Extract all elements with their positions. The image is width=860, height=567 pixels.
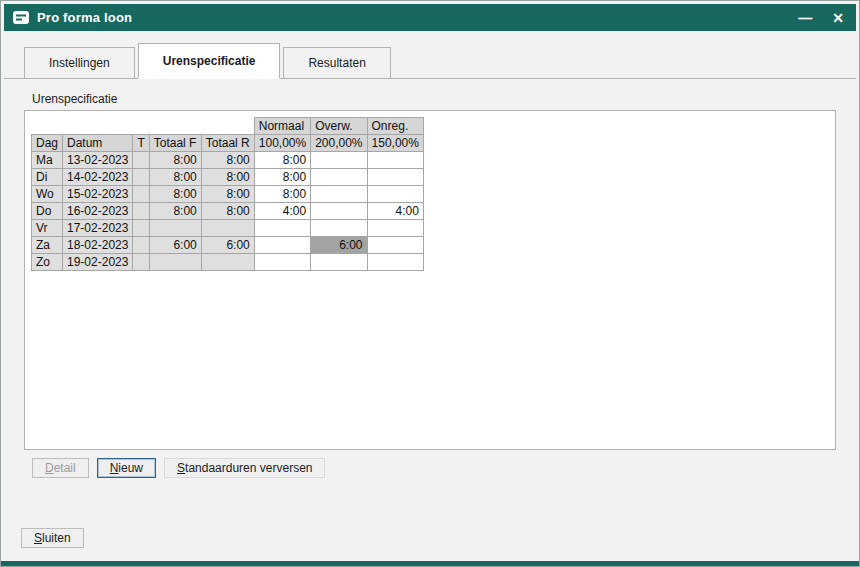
standaarduren-verversen-button[interactable]: Standaarduren verversen bbox=[164, 458, 325, 478]
cell-totaal-r bbox=[201, 254, 254, 271]
cell-dag: Wo bbox=[32, 186, 63, 203]
cell-overw[interactable] bbox=[311, 203, 367, 220]
cell-totaal-r: 8:00 bbox=[201, 169, 254, 186]
cell-t bbox=[133, 169, 149, 186]
cell-dag: Ma bbox=[32, 152, 63, 169]
cell-dag: Vr bbox=[32, 220, 63, 237]
tab-resultaten[interactable]: Resultaten bbox=[283, 47, 390, 78]
cell-t bbox=[133, 254, 149, 271]
cell-onreg[interactable] bbox=[367, 169, 423, 186]
cell-normaal[interactable] bbox=[254, 220, 310, 237]
window-controls: — ✕ bbox=[798, 11, 844, 25]
cell-onreg[interactable] bbox=[367, 237, 423, 254]
cell-normaal[interactable]: 8:00 bbox=[254, 152, 310, 169]
table-row[interactable]: Za 18-02-2023 6:00 6:00 6:00 bbox=[32, 237, 424, 254]
table-row[interactable]: Di 14-02-2023 8:00 8:00 8:00 bbox=[32, 169, 424, 186]
window-bottom-border bbox=[1, 561, 859, 566]
cell-totaal-f: 8:00 bbox=[149, 186, 201, 203]
cell-t bbox=[133, 203, 149, 220]
dialog-footer: Sluiten bbox=[4, 528, 856, 561]
cell-onreg[interactable] bbox=[367, 152, 423, 169]
cell-t bbox=[133, 220, 149, 237]
column-header-dag: Dag bbox=[32, 135, 63, 152]
detail-button-label: Detail bbox=[45, 461, 76, 475]
cell-totaal-f: 8:00 bbox=[149, 203, 201, 220]
tabstrip: Instellingen Urenspecificatie Resultaten bbox=[4, 31, 856, 79]
cell-totaal-f bbox=[149, 220, 201, 237]
cell-onreg[interactable] bbox=[367, 254, 423, 271]
table-row[interactable]: Wo 15-02-2023 8:00 8:00 8:00 bbox=[32, 186, 424, 203]
cell-datum: 14-02-2023 bbox=[63, 169, 133, 186]
cell-totaal-f: 6:00 bbox=[149, 237, 201, 254]
cell-overw[interactable] bbox=[311, 254, 367, 271]
cell-datum: 13-02-2023 bbox=[63, 152, 133, 169]
group-header-row: Normaal Overw. Onreg. bbox=[32, 118, 424, 135]
cell-onreg[interactable] bbox=[367, 220, 423, 237]
tab-urenspecificatie[interactable]: Urenspecificatie bbox=[138, 43, 281, 79]
cell-datum: 18-02-2023 bbox=[63, 237, 133, 254]
column-header-150pct: 150,00% bbox=[367, 135, 423, 152]
cell-dag: Do bbox=[32, 203, 63, 220]
uren-table: Normaal Overw. Onreg. Dag Datum T Totaal… bbox=[31, 117, 424, 271]
cell-normaal[interactable] bbox=[254, 237, 310, 254]
cell-overw[interactable] bbox=[311, 186, 367, 203]
column-header-totaal-f: Totaal F bbox=[149, 135, 201, 152]
cell-onreg[interactable] bbox=[367, 186, 423, 203]
dialog-body: Instellingen Urenspecificatie Resultaten… bbox=[1, 31, 859, 561]
cell-t bbox=[133, 237, 149, 254]
column-header-200pct: 200,00% bbox=[311, 135, 367, 152]
column-header-totaal-r: Totaal R bbox=[201, 135, 254, 152]
cell-overw[interactable] bbox=[311, 169, 367, 186]
cell-overw[interactable] bbox=[311, 152, 367, 169]
cell-datum: 15-02-2023 bbox=[63, 186, 133, 203]
column-group-normaal: Normaal bbox=[254, 118, 310, 135]
cell-overw-selected[interactable]: 6:00 bbox=[311, 237, 367, 254]
detail-button[interactable]: Detail bbox=[32, 458, 89, 478]
tab-instellingen[interactable]: Instellingen bbox=[24, 47, 135, 78]
column-header-t: T bbox=[133, 135, 149, 152]
table-row[interactable]: Zo 19-02-2023 bbox=[32, 254, 424, 271]
column-header-datum: Datum bbox=[63, 135, 133, 152]
cell-normaal[interactable]: 8:00 bbox=[254, 186, 310, 203]
cell-normaal[interactable]: 4:00 bbox=[254, 203, 310, 220]
cell-dag: Za bbox=[32, 237, 63, 254]
cell-datum: 19-02-2023 bbox=[63, 254, 133, 271]
table-row[interactable]: Ma 13-02-2023 8:00 8:00 8:00 bbox=[32, 152, 424, 169]
cell-totaal-f bbox=[149, 254, 201, 271]
cell-dag: Zo bbox=[32, 254, 63, 271]
cell-totaal-f: 8:00 bbox=[149, 152, 201, 169]
groupbox-label: Urenspecificatie bbox=[32, 92, 856, 106]
nieuw-button[interactable]: Nieuw bbox=[97, 458, 156, 478]
app-icon bbox=[13, 11, 29, 24]
cell-t bbox=[133, 186, 149, 203]
cell-totaal-r: 8:00 bbox=[201, 186, 254, 203]
cell-dag: Di bbox=[32, 169, 63, 186]
close-button[interactable]: ✕ bbox=[832, 11, 844, 25]
sluiten-button[interactable]: Sluiten bbox=[21, 528, 84, 548]
table-row[interactable]: Vr 17-02-2023 bbox=[32, 220, 424, 237]
cell-datum: 17-02-2023 bbox=[63, 220, 133, 237]
header-row: Dag Datum T Totaal F Totaal R 100,00% 20… bbox=[32, 135, 424, 152]
titlebar[interactable]: Pro forma loon — ✕ bbox=[4, 4, 856, 31]
cell-normaal[interactable]: 8:00 bbox=[254, 169, 310, 186]
group-header-spacer bbox=[32, 118, 255, 135]
column-group-overw: Overw. bbox=[311, 118, 367, 135]
urenspecificatie-groupbox: Normaal Overw. Onreg. Dag Datum T Totaal… bbox=[24, 110, 836, 450]
cell-totaal-r: 8:00 bbox=[201, 203, 254, 220]
sluiten-button-label: Sluiten bbox=[34, 531, 71, 545]
minimize-button[interactable]: — bbox=[798, 11, 812, 25]
column-header-100pct: 100,00% bbox=[254, 135, 310, 152]
cell-datum: 16-02-2023 bbox=[63, 203, 133, 220]
cell-normaal[interactable] bbox=[254, 254, 310, 271]
nieuw-button-label: Nieuw bbox=[110, 461, 143, 475]
column-group-onreg: Onreg. bbox=[367, 118, 423, 135]
table-row[interactable]: Do 16-02-2023 8:00 8:00 4:00 4:00 bbox=[32, 203, 424, 220]
table-button-row: Detail Nieuw Standaarduren verversen bbox=[32, 458, 856, 478]
cell-totaal-r: 8:00 bbox=[201, 152, 254, 169]
window-title: Pro forma loon bbox=[37, 10, 132, 25]
cell-totaal-f: 8:00 bbox=[149, 169, 201, 186]
standaarduren-button-label: Standaarduren verversen bbox=[177, 461, 312, 475]
cell-onreg[interactable]: 4:00 bbox=[367, 203, 423, 220]
cell-overw[interactable] bbox=[311, 220, 367, 237]
pro-forma-loon-window: Pro forma loon — ✕ Instellingen Urenspec… bbox=[0, 0, 860, 567]
